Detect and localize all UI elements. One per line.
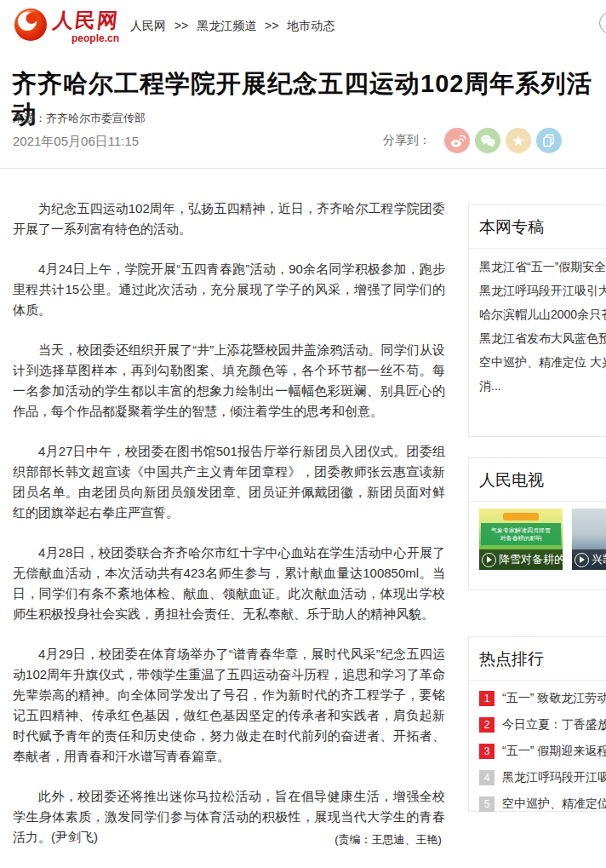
video-caption: 降雪对备耕的 <box>499 552 563 567</box>
specials-link[interactable]: 黑龙江省“五一”假期安全形 <box>479 255 606 279</box>
hot-link[interactable]: 2 今日立夏：丁香盛放时 沐 <box>479 717 606 733</box>
hot-link[interactable]: 5 空中巡护、精准定位 大兴 <box>479 796 606 812</box>
people-cn-logo[interactable]: 人民网 people.cn <box>12 5 119 46</box>
article-paragraph: 为纪念五四运动102周年，弘扬五四精神，近日，齐齐哈尔工程学院团委开展了一系列富… <box>13 198 445 239</box>
article-paragraph: 4月24日上午，学院开展“五四青春跑”活动，90余名同学积极参加，跑步里程共计1… <box>13 259 445 320</box>
rank-badge: 2 <box>479 717 495 733</box>
weibo-icon[interactable] <box>444 128 470 153</box>
rank-badge: 1 <box>479 691 495 706</box>
play-icon <box>575 553 589 567</box>
people-swirl-icon <box>12 5 49 46</box>
breadcrumb-separator: >> <box>265 19 278 32</box>
article-paragraph: 当天，校团委还组织开展了“井”上添花暨校园井盖涂鸦活动。同学们从设计到选择草图样… <box>13 340 445 422</box>
specials-link[interactable]: 黑龙江省发布大风蓝色预警信 <box>479 326 606 350</box>
clipped-circle-button[interactable] <box>599 12 606 34</box>
tv-title: 人民电视 <box>469 458 606 502</box>
rank-badge: 3 <box>479 744 495 759</box>
video-banner <box>503 513 539 520</box>
specials-title: 本网专稿 <box>469 205 606 249</box>
video-overlay-text: 气象专家解读四月降雪 对备春耕的影响 <box>481 523 561 545</box>
article-paragraph: 4月28日，校团委联合齐齐哈尔市红十字中心血站在学生活动中心开展了无偿献血活动，… <box>13 543 445 624</box>
article-date: 2021年05月06日11:15 <box>13 134 139 150</box>
rank-badge: 4 <box>479 770 495 785</box>
specials-link[interactable]: 哈尔滨帽儿山2000余只苍鹭“ <box>479 302 606 326</box>
hot-title: 热点排行 <box>469 637 606 681</box>
video-thumbnail-lake[interactable]: 兴凯湖 <box>572 509 606 570</box>
hot-link[interactable]: 1 “五一” 致敬龙江劳动先 <box>479 691 606 706</box>
breadcrumb: 人民网 >> 黑龙江频道 >> 地市动态 <box>130 19 334 34</box>
logo-en-text: people.cn <box>71 32 119 44</box>
news-article-page: 人民网 people.cn 人民网 >> 黑龙江频道 >> 地市动态 齐齐哈尔工… <box>0 0 606 868</box>
hot-link[interactable]: 4 黑龙江呼玛段开江吸引大 <box>479 770 606 785</box>
qzone-star-icon[interactable]: ★ <box>506 128 531 153</box>
share-bar: 分享到： ★ <box>383 128 562 153</box>
specials-link[interactable]: 空中巡护、精准定位 大兴安岭消... <box>479 350 606 398</box>
play-icon <box>482 553 496 567</box>
copy-icon[interactable] <box>536 128 562 153</box>
editor-credit: (责编：王思迪、王艳) <box>0 832 606 848</box>
rank-badge: 5 <box>479 796 495 812</box>
breadcrumb-separator: >> <box>174 19 188 32</box>
video-caption: 兴凯湖 <box>592 552 606 567</box>
wechat-icon[interactable] <box>475 128 500 153</box>
article-paragraph: 4月27日中午，校团委在图书馆501报告厅举行新团员入团仪式。团委组织部部长韩文… <box>13 441 445 523</box>
breadcrumb-heilongjiang-channel[interactable]: 黑龙江频道 <box>197 19 256 32</box>
sidebar-hot-box: 热点排行 1 “五一” 致敬龙江劳动先 2 今日立夏：丁香盛放时 沐 3 “五一… <box>468 636 606 812</box>
sidebar-specials-box: 本网专稿 黑龙江省“五一”假期安全形 黑龙江呼玛段开江吸引大批北 哈尔滨帽儿山2… <box>468 204 606 437</box>
header-divider <box>0 168 606 169</box>
breadcrumb-local-news[interactable]: 地市动态 <box>287 19 334 32</box>
share-label: 分享到： <box>383 133 431 148</box>
breadcrumb-people[interactable]: 人民网 <box>130 19 166 32</box>
sidebar-tv-box: 人民电视 气象专家解读四月降雪 对备春耕的影响 降雪对备耕的 兴凯湖 <box>468 457 606 590</box>
video-thumbnail-snow[interactable]: 气象专家解读四月降雪 对备春耕的影响 降雪对备耕的 <box>479 509 563 570</box>
article-paragraph: 4月29日，校团委在体育场举办了“谱青春华章，展时代风采”纪念五四运动102周年… <box>13 644 445 767</box>
logo-cn-text: 人民网 <box>51 7 120 34</box>
article-source: 来源：齐齐哈尔市委宣传部 <box>13 111 146 126</box>
article-body: 为纪念五四运动102周年，弘扬五四精神，近日，齐齐哈尔工程学院团委开展了一系列富… <box>13 198 445 867</box>
hot-link[interactable]: 3 “五一” 假期迎来返程高 <box>479 744 606 759</box>
specials-link[interactable]: 黑龙江呼玛段开江吸引大批北 <box>479 279 606 302</box>
